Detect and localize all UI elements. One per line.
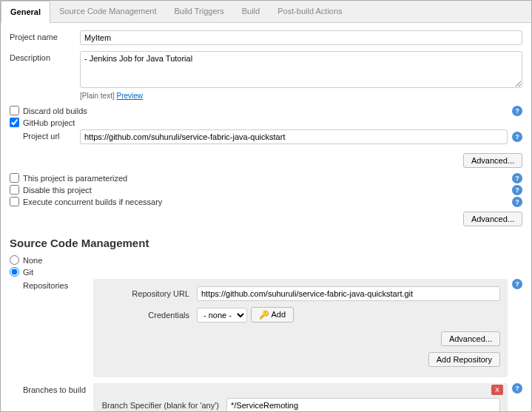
scm-git-radio[interactable] (10, 267, 19, 277)
project-url-label: Project url (23, 129, 80, 141)
key-icon: 🔑 (259, 310, 269, 319)
help-icon[interactable]: ? (512, 173, 522, 183)
help-icon[interactable]: ? (512, 132, 522, 142)
help-icon[interactable]: ? (512, 279, 522, 289)
advanced-button[interactable]: Advanced... (441, 331, 500, 346)
scm-none-radio[interactable] (10, 255, 19, 265)
scm-git-label: Git (23, 268, 33, 277)
credentials-select[interactable]: - none - (197, 308, 247, 322)
tab-build[interactable]: Build (233, 1, 269, 22)
preview-link[interactable]: Preview (116, 92, 143, 100)
parameterized-checkbox[interactable] (10, 173, 19, 183)
config-tabs: General Source Code Management Build Tri… (1, 1, 531, 23)
project-name-label: Project name (10, 30, 80, 41)
tab-triggers[interactable]: Build Triggers (165, 1, 232, 22)
branches-label: Branches to build (23, 383, 93, 394)
advanced-button[interactable]: Advanced... (463, 153, 522, 168)
repo-url-input[interactable] (197, 286, 500, 301)
credentials-label: Credentials (101, 311, 197, 320)
delete-branch-button[interactable]: X (491, 385, 503, 395)
concurrent-builds-label: Execute concurrent builds if necessary (23, 197, 162, 206)
help-icon[interactable]: ? (512, 197, 522, 207)
project-url-input[interactable] (80, 129, 508, 144)
help-icon[interactable]: ? (512, 106, 522, 116)
disable-project-label: Disable this project (23, 186, 92, 195)
tab-general[interactable]: General (1, 1, 50, 23)
concurrent-builds-checkbox[interactable] (10, 197, 19, 206)
branch-spec-input[interactable] (226, 398, 500, 412)
help-icon[interactable]: ? (512, 185, 522, 195)
github-project-checkbox[interactable] (10, 118, 19, 127)
advanced-button[interactable]: Advanced... (463, 212, 522, 226)
discard-old-builds-label: Discard old builds (23, 107, 87, 115)
disable-project-checkbox[interactable] (10, 185, 19, 195)
discard-old-builds-checkbox[interactable] (10, 106, 19, 115)
scm-none-label: None (23, 256, 42, 265)
repo-url-label: Repository URL (101, 289, 197, 298)
branch-spec-label: Branch Specifier (blank for 'any') (101, 401, 226, 410)
description-textarea[interactable]: - Jenkins Job for Java Tutorial (80, 51, 522, 88)
add-repository-button[interactable]: Add Repository (428, 352, 500, 367)
help-icon[interactable]: ? (512, 383, 522, 394)
add-credentials-button[interactable]: 🔑 Add (251, 307, 294, 322)
github-project-label: GitHub project (23, 118, 75, 127)
tab-post[interactable]: Post-build Actions (269, 1, 351, 22)
project-name-input[interactable] (80, 30, 522, 45)
parameterized-label: This project is parameterized (23, 174, 127, 183)
repositories-label: Repositories (23, 279, 93, 290)
plain-text-label: [Plain text] (80, 92, 115, 100)
scm-heading: Source Code Management (10, 237, 522, 249)
tab-scm[interactable]: Source Code Management (50, 1, 165, 22)
description-label: Description (10, 51, 80, 62)
